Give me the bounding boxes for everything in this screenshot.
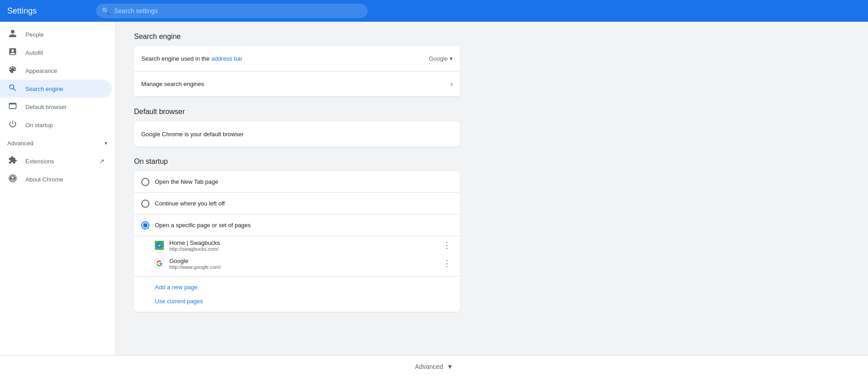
google-favicon (155, 259, 164, 268)
default-browser-status-row: Google Chrome is your default browser (134, 121, 460, 147)
default-browser-title: Default browser (134, 108, 460, 116)
sidebar-item-default-browser[interactable]: Default browser (0, 98, 112, 116)
appearance-icon (7, 65, 18, 76)
layout: People Autofill Appearance Search engine (0, 22, 868, 377)
sidebar-item-people[interactable]: People (0, 25, 112, 43)
external-link-icon: ↗ (99, 157, 105, 165)
startup-option-specific-label: Open a specific page or set of pages (155, 222, 251, 229)
on-startup-section: On startup Open the New Tab page Continu… (134, 157, 460, 312)
sidebar-item-search-engine[interactable]: Search engine (0, 80, 112, 98)
sidebar-item-search-engine-label: Search engine (25, 86, 63, 92)
sidebar: People Autofill Appearance Search engine (0, 22, 116, 377)
search-engine-icon (7, 83, 18, 95)
swagbucks-page-url: http://swagbucks.com/ (169, 246, 436, 252)
on-startup-title: On startup (134, 157, 460, 166)
sidebar-item-extensions[interactable]: Extensions ↗ (0, 152, 112, 170)
sidebar-item-appearance-label: Appearance (25, 67, 57, 74)
main-content: Search engine Search engine used in the … (116, 22, 478, 377)
google-page-info: Google http://www.google.com/ (169, 258, 436, 270)
sidebar-item-on-startup[interactable]: On startup (0, 116, 112, 134)
bottom-advanced-bar[interactable]: Advanced ▼ (0, 355, 868, 377)
add-new-page-link[interactable]: Add a new page (155, 280, 453, 294)
sidebar-item-autofill-label: Autofill (25, 49, 43, 56)
google-menu-button[interactable]: ⋮ (441, 257, 453, 270)
radio-new-tab (141, 178, 149, 186)
default-browser-icon (7, 101, 18, 113)
default-browser-card: Google Chrome is your default browser (134, 121, 460, 147)
google-page-name: Google (169, 258, 436, 264)
dropdown-chevron-icon: ▾ (450, 55, 453, 62)
advanced-chevron-icon: ▼ (104, 141, 108, 146)
address-bar-text: Search engine used in the (141, 55, 211, 62)
page-title: Settings (7, 6, 89, 16)
startup-page-google: Google http://www.google.com/ ⋮ (155, 254, 453, 272)
startup-pages-list: Home | Swagbucks http://swagbucks.com/ ⋮ (134, 236, 460, 277)
startup-option-new-tab-label: Open the New Tab page (155, 178, 218, 185)
address-bar-link[interactable]: address bar (211, 55, 243, 62)
sidebar-item-people-label: People (25, 31, 43, 38)
people-icon (7, 29, 18, 40)
startup-actions: Add a new page Use current pages (134, 277, 460, 312)
bottom-advanced-label: Advanced (415, 363, 443, 370)
startup-page-swagbucks: Home | Swagbucks http://swagbucks.com/ ⋮ (155, 236, 453, 254)
startup-option-continue[interactable]: Continue where you left off (134, 193, 460, 215)
search-input[interactable] (96, 4, 368, 18)
swagbucks-page-info: Home | Swagbucks http://swagbucks.com/ (169, 239, 436, 252)
sidebar-item-on-startup-label: On startup (25, 122, 53, 129)
selected-engine-label: Google (429, 55, 448, 62)
manage-search-engines-row[interactable]: Manage search engines › (134, 72, 460, 97)
swagbucks-page-name: Home | Swagbucks (169, 239, 436, 246)
startup-card: Open the New Tab page Continue where you… (134, 171, 460, 312)
sidebar-item-about-chrome-label: About Chrome (25, 176, 63, 183)
sidebar-item-extensions-label: Extensions (25, 158, 54, 165)
radio-specific (141, 221, 149, 229)
google-page-url: http://www.google.com/ (169, 264, 436, 270)
extensions-icon (7, 156, 18, 167)
search-engine-row: Search engine used in the address bar Go… (134, 46, 460, 72)
search-bar-container: 🔍 (96, 4, 368, 18)
default-browser-section: Default browser Google Chrome is your de… (134, 108, 460, 147)
on-startup-icon (7, 119, 18, 131)
sidebar-advanced-header[interactable]: Advanced ▼ (0, 134, 115, 152)
sidebar-item-default-browser-label: Default browser (25, 104, 67, 110)
swagbucks-favicon (155, 241, 164, 250)
search-engine-section: Search engine Search engine used in the … (134, 33, 460, 97)
bottom-advanced-chevron-icon: ▼ (447, 363, 453, 370)
engine-select-wrapper[interactable]: Google ▾ (429, 55, 453, 62)
manage-search-engines-arrow-icon: › (451, 80, 453, 88)
radio-continue (141, 200, 149, 208)
use-current-pages-link[interactable]: Use current pages (155, 294, 453, 308)
sidebar-item-appearance[interactable]: Appearance (0, 62, 112, 80)
search-engine-card: Search engine used in the address bar Go… (134, 46, 460, 97)
sidebar-advanced-label: Advanced (7, 140, 34, 147)
default-browser-status: Google Chrome is your default browser (141, 131, 244, 138)
sidebar-item-autofill[interactable]: Autofill (0, 43, 112, 62)
swagbucks-menu-button[interactable]: ⋮ (441, 239, 453, 252)
search-engine-title: Search engine (134, 33, 460, 41)
address-bar-label: Search engine used in the address bar (141, 55, 429, 62)
about-chrome-icon (7, 174, 18, 185)
startup-option-continue-label: Continue where you left off (155, 200, 225, 207)
startup-option-new-tab[interactable]: Open the New Tab page (134, 171, 460, 193)
topbar: Settings 🔍 (0, 0, 868, 22)
sidebar-item-about-chrome[interactable]: About Chrome (0, 170, 112, 188)
startup-option-specific[interactable]: Open a specific page or set of pages (134, 215, 460, 236)
search-icon-top: 🔍 (101, 7, 110, 15)
manage-search-engines-label: Manage search engines (141, 81, 451, 87)
autofill-icon (7, 47, 18, 58)
